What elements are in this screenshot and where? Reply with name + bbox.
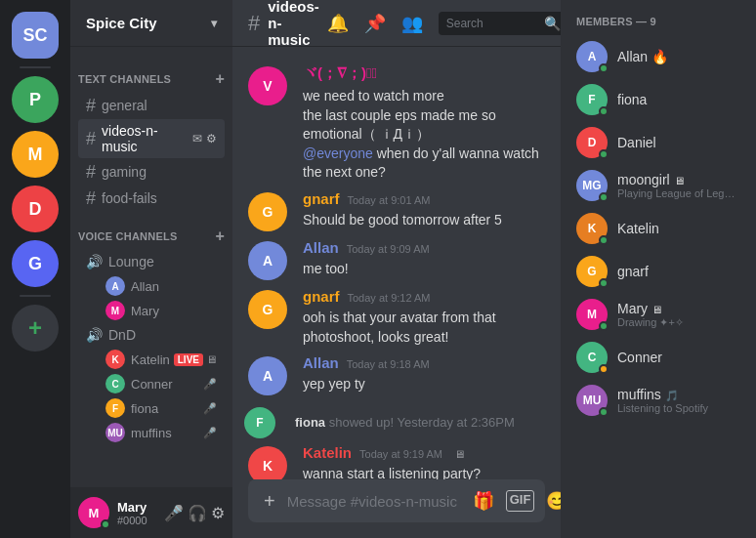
pin-icon[interactable]: 📌 xyxy=(364,13,386,34)
add-file-icon[interactable]: + xyxy=(264,490,275,513)
current-user-tag: #0000 xyxy=(117,515,156,526)
chat-input[interactable] xyxy=(287,493,473,510)
voice-user-icons: 🎤 xyxy=(203,402,217,415)
channel-item-general[interactable]: # general xyxy=(78,93,225,118)
message-username[interactable]: gnarf xyxy=(303,288,340,305)
voice-channel-lounge[interactable]: 🔊 Lounge xyxy=(78,250,225,273)
voice-user-muffins[interactable]: MU muffins 🎤 xyxy=(78,421,225,444)
message-avatar[interactable]: G xyxy=(248,290,287,329)
message-timestamp: Today at 9:12 AM xyxy=(348,292,431,304)
member-item-katelin[interactable]: K Katelin xyxy=(568,207,748,250)
bell-icon[interactable]: 🔔 xyxy=(327,13,349,34)
voice-user-mary[interactable]: M Mary xyxy=(78,299,225,322)
member-item-muffins[interactable]: MU muffins 🎵 Listening to Spotify xyxy=(568,379,748,422)
settings-button[interactable]: ⚙ xyxy=(211,504,225,522)
system-text: fiona showed up! Yesterday at 2:36PM xyxy=(295,415,515,430)
member-item-allan[interactable]: A Allan 🔥 xyxy=(568,35,748,78)
member-info: muffins 🎵 Listening to Spotify xyxy=(617,387,740,414)
members-sidebar: MEMBERS — 9 A Allan 🔥 F fiona D Daniel M… xyxy=(561,0,756,538)
message-avatar[interactable]: G xyxy=(248,192,287,231)
member-avatar: D xyxy=(576,127,608,158)
voice-channel-dnd[interactable]: 🔊 DnD xyxy=(78,323,225,347)
voice-user-icons: 🎤 xyxy=(203,427,217,439)
voice-user-avatar: C xyxy=(105,374,125,393)
settings-icon[interactable]: ⚙ xyxy=(206,132,217,145)
member-item-fiona[interactable]: F fiona xyxy=(568,78,748,121)
voice-channels-label: VOICE CHANNELS xyxy=(78,230,177,242)
deafen-button[interactable]: 🎧 xyxy=(188,504,207,522)
server-name-header[interactable]: Spice City ▾ xyxy=(70,0,232,47)
member-name: Allan 🔥 xyxy=(617,49,740,64)
add-channel-icon[interactable]: + xyxy=(215,70,225,88)
message-header: ヾ(；∇；)ノﾞ xyxy=(303,64,545,83)
server-menu-chevron: ▾ xyxy=(211,17,217,30)
voice-user-conner[interactable]: C Conner 🎤 xyxy=(78,372,225,395)
member-status xyxy=(599,321,609,331)
member-avatar: MU xyxy=(576,385,608,416)
server-icon-spice-city[interactable]: SC xyxy=(12,12,59,59)
message-username[interactable]: ヾ(；∇；)ノﾞ xyxy=(303,64,377,83)
channel-item-food-fails[interactable]: # food-fails xyxy=(78,186,225,211)
voice-user-katelin[interactable]: K Katelin LIVE 🖥 xyxy=(78,348,225,371)
text-channels-category[interactable]: TEXT CHANNELS + xyxy=(70,55,232,92)
server-icon-5[interactable]: G xyxy=(12,240,59,287)
message-group: G gnarf Today at 9:01 AM Should be good … xyxy=(232,188,561,233)
channel-actions: ✉ ⚙ xyxy=(192,132,217,145)
mute-button[interactable]: 🎤 xyxy=(164,504,184,522)
channel-item-videos-n-music[interactable]: # videos-n-music ✉ ⚙ xyxy=(78,119,225,158)
message-username[interactable]: Allan xyxy=(303,239,339,256)
voice-user-fiona[interactable]: F fiona 🎤 xyxy=(78,396,225,420)
search-input[interactable] xyxy=(446,17,544,30)
system-message-fiona: F fiona showed up! Yesterday at 2:36PM xyxy=(232,401,561,442)
spotify-icon: 🎵 xyxy=(665,390,679,401)
user-panel: M Mary #0000 🎤 🎧 ⚙ xyxy=(70,487,232,538)
message-avatar[interactable]: A xyxy=(248,356,287,395)
screen-share-inline-icon: 🖥 xyxy=(454,448,465,460)
server-icon-3[interactable]: M xyxy=(12,131,59,178)
channel-name: general xyxy=(102,98,147,113)
stream-icon: 🖥 xyxy=(674,175,685,186)
member-name: gnarf xyxy=(617,264,740,279)
member-info: Daniel xyxy=(617,135,740,150)
member-item-mary[interactable]: M Mary 🖥 Drawing ✦+✧ xyxy=(568,293,748,336)
channel-name: gaming xyxy=(102,164,147,180)
member-info: moongirl 🖥 Playing League of Legends xyxy=(617,172,740,199)
member-item-conner[interactable]: C Conner xyxy=(568,336,748,379)
message-content: gnarf Today at 9:12 AM ooh is that your … xyxy=(303,288,545,347)
chat-header: # videos-n-music 🔔 📌 👥 🔍 📥 ❓ xyxy=(232,0,561,47)
member-info: Mary 🖥 Drawing ✦+✧ xyxy=(617,301,740,329)
member-item-gnarf[interactable]: G gnarf xyxy=(568,250,748,293)
message-avatar[interactable]: A xyxy=(248,241,287,280)
member-avatar: G xyxy=(576,256,608,287)
current-user-name: Mary xyxy=(117,500,156,515)
message-header: Allan Today at 9:09 AM xyxy=(303,239,545,256)
invite-icon[interactable]: ✉ xyxy=(192,132,202,145)
gift-icon[interactable]: 🎁 xyxy=(473,490,494,512)
member-name: Conner xyxy=(617,350,740,365)
member-item-daniel[interactable]: D Daniel xyxy=(568,121,748,164)
message-username[interactable]: Allan xyxy=(303,354,339,371)
member-name: muffins 🎵 xyxy=(617,387,740,402)
channel-header-name: videos-n-music xyxy=(268,0,319,48)
member-item-moongirl[interactable]: MG moongirl 🖥 Playing League of Legends xyxy=(568,164,748,207)
add-server-button[interactable]: + xyxy=(12,305,59,352)
gif-icon[interactable]: GIF xyxy=(506,490,535,512)
add-voice-channel-icon[interactable]: + xyxy=(215,228,225,245)
voice-user-avatar: MU xyxy=(105,423,125,442)
message-text: wanna start a listening party? xyxy=(303,465,545,479)
message-content: Allan Today at 9:09 AM me too! xyxy=(303,239,545,280)
voice-user-allan[interactable]: A Allan xyxy=(78,274,225,298)
server-icon-2[interactable]: P xyxy=(12,76,59,123)
message-avatar[interactable]: K xyxy=(248,446,287,479)
server-icon-4[interactable]: D xyxy=(12,186,59,232)
fire-badge: 🔥 xyxy=(651,49,668,64)
message-username[interactable]: Katelin xyxy=(303,444,352,461)
voice-channels-category[interactable]: VOICE CHANNELS + xyxy=(70,212,232,249)
channel-item-gaming[interactable]: # gaming xyxy=(78,159,225,185)
voice-user-name: Katelin xyxy=(131,352,170,367)
members-icon[interactable]: 👥 xyxy=(401,13,423,34)
user-status-dot xyxy=(101,519,110,529)
message-group: A Allan Today at 9:18 AM yep yep ty xyxy=(232,352,561,397)
message-avatar[interactable]: V xyxy=(248,66,287,105)
message-username[interactable]: gnarf xyxy=(303,190,340,207)
